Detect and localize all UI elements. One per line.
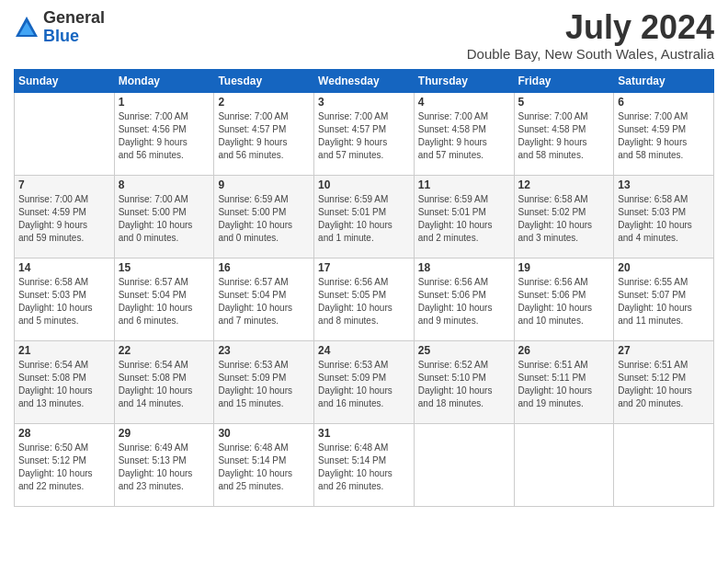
month-title: July 2024 [467, 9, 714, 46]
day-number: 14 [18, 261, 110, 274]
day-info: Sunrise: 7:00 AMSunset: 4:59 PMDaylight:… [618, 110, 710, 162]
calendar-cell: 12Sunrise: 6:58 AMSunset: 5:02 PMDayligh… [514, 175, 614, 258]
day-number: 29 [119, 427, 210, 440]
calendar-cell [414, 423, 514, 506]
day-info: Sunrise: 6:58 AMSunset: 5:02 PMDaylight:… [518, 193, 610, 245]
header-day-monday: Monday [114, 69, 214, 92]
day-number: 28 [18, 427, 110, 440]
logo: General Blue [14, 9, 105, 46]
day-info: Sunrise: 6:56 AMSunset: 5:05 PMDaylight:… [318, 276, 410, 327]
day-info: Sunrise: 7:00 AMSunset: 4:58 PMDaylight:… [518, 110, 610, 162]
day-number: 22 [119, 344, 210, 357]
day-info: Sunrise: 7:00 AMSunset: 4:57 PMDaylight:… [318, 110, 410, 162]
header-day-friday: Friday [514, 69, 614, 92]
day-number: 30 [218, 427, 310, 440]
day-info: Sunrise: 6:59 AMSunset: 5:01 PMDaylight:… [418, 193, 510, 245]
calendar-cell: 18Sunrise: 6:56 AMSunset: 5:06 PMDayligh… [414, 258, 514, 340]
calendar-cell: 22Sunrise: 6:54 AMSunset: 5:08 PMDayligh… [114, 340, 214, 423]
day-info: Sunrise: 6:48 AMSunset: 5:14 PMDaylight:… [318, 442, 410, 493]
day-number: 21 [18, 344, 110, 357]
calendar-cell: 31Sunrise: 6:48 AMSunset: 5:14 PMDayligh… [314, 423, 415, 506]
logo-blue: Blue [43, 27, 79, 45]
calendar-cell: 26Sunrise: 6:51 AMSunset: 5:11 PMDayligh… [514, 340, 614, 423]
day-number: 26 [518, 344, 610, 357]
week-row-2: 7Sunrise: 7:00 AMSunset: 4:59 PMDaylight… [15, 175, 714, 258]
calendar-cell: 19Sunrise: 6:56 AMSunset: 5:06 PMDayligh… [514, 258, 614, 340]
location: Double Bay, New South Wales, Australia [467, 46, 714, 62]
day-info: Sunrise: 6:55 AMSunset: 5:07 PMDaylight:… [618, 276, 710, 327]
week-row-4: 21Sunrise: 6:54 AMSunset: 5:08 PMDayligh… [15, 340, 714, 423]
calendar-cell: 21Sunrise: 6:54 AMSunset: 5:08 PMDayligh… [15, 340, 115, 423]
day-number: 15 [119, 261, 210, 274]
day-number: 16 [218, 261, 310, 274]
calendar-cell: 10Sunrise: 6:59 AMSunset: 5:01 PMDayligh… [314, 175, 415, 258]
calendar-cell: 17Sunrise: 6:56 AMSunset: 5:05 PMDayligh… [314, 258, 415, 340]
calendar-cell: 29Sunrise: 6:49 AMSunset: 5:13 PMDayligh… [114, 423, 214, 506]
day-number: 1 [119, 96, 210, 109]
day-info: Sunrise: 7:00 AMSunset: 4:58 PMDaylight:… [418, 110, 510, 162]
day-number: 10 [318, 178, 410, 191]
calendar-cell: 30Sunrise: 6:48 AMSunset: 5:14 PMDayligh… [214, 423, 314, 506]
day-info: Sunrise: 7:00 AMSunset: 4:56 PMDaylight:… [119, 110, 210, 162]
day-info: Sunrise: 7:00 AMSunset: 4:57 PMDaylight:… [218, 110, 310, 162]
day-info: Sunrise: 6:50 AMSunset: 5:12 PMDaylight:… [18, 442, 110, 493]
day-info: Sunrise: 6:59 AMSunset: 5:01 PMDaylight:… [318, 193, 410, 245]
day-info: Sunrise: 6:58 AMSunset: 5:03 PMDaylight:… [18, 276, 110, 327]
day-number: 6 [618, 96, 710, 109]
day-info: Sunrise: 7:00 AMSunset: 4:59 PMDaylight:… [18, 193, 110, 245]
day-info: Sunrise: 6:57 AMSunset: 5:04 PMDaylight:… [119, 276, 210, 327]
calendar-cell: 7Sunrise: 7:00 AMSunset: 4:59 PMDaylight… [15, 175, 115, 258]
calendar-table: SundayMondayTuesdayWednesdayThursdayFrid… [14, 69, 714, 507]
calendar-cell: 20Sunrise: 6:55 AMSunset: 5:07 PMDayligh… [614, 258, 714, 340]
calendar-cell: 5Sunrise: 7:00 AMSunset: 4:58 PMDaylight… [514, 92, 614, 175]
day-number: 4 [418, 96, 510, 109]
day-number: 2 [218, 96, 310, 109]
day-info: Sunrise: 6:53 AMSunset: 5:09 PMDaylight:… [318, 359, 410, 410]
header-day-thursday: Thursday [414, 69, 514, 92]
day-info: Sunrise: 6:56 AMSunset: 5:06 PMDaylight:… [418, 276, 510, 327]
calendar-cell: 9Sunrise: 6:59 AMSunset: 5:00 PMDaylight… [214, 175, 314, 258]
header-day-tuesday: Tuesday [214, 69, 314, 92]
day-number: 20 [618, 261, 710, 274]
calendar-cell: 24Sunrise: 6:53 AMSunset: 5:09 PMDayligh… [314, 340, 415, 423]
day-info: Sunrise: 6:59 AMSunset: 5:00 PMDaylight:… [218, 193, 310, 245]
week-row-3: 14Sunrise: 6:58 AMSunset: 5:03 PMDayligh… [15, 258, 714, 340]
calendar-cell: 15Sunrise: 6:57 AMSunset: 5:04 PMDayligh… [114, 258, 214, 340]
week-row-5: 28Sunrise: 6:50 AMSunset: 5:12 PMDayligh… [15, 423, 714, 506]
day-info: Sunrise: 6:54 AMSunset: 5:08 PMDaylight:… [18, 359, 110, 410]
logo-text: General Blue [43, 9, 105, 46]
day-info: Sunrise: 6:51 AMSunset: 5:11 PMDaylight:… [518, 359, 610, 410]
header-row: SundayMondayTuesdayWednesdayThursdayFrid… [15, 69, 714, 92]
calendar-cell: 1Sunrise: 7:00 AMSunset: 4:56 PMDaylight… [114, 92, 214, 175]
calendar-cell: 4Sunrise: 7:00 AMSunset: 4:58 PMDaylight… [414, 92, 514, 175]
day-info: Sunrise: 6:57 AMSunset: 5:04 PMDaylight:… [218, 276, 310, 327]
day-info: Sunrise: 6:53 AMSunset: 5:09 PMDaylight:… [218, 359, 310, 410]
day-number: 24 [318, 344, 410, 357]
day-number: 5 [518, 96, 610, 109]
calendar-cell: 14Sunrise: 6:58 AMSunset: 5:03 PMDayligh… [15, 258, 115, 340]
calendar-cell: 28Sunrise: 6:50 AMSunset: 5:12 PMDayligh… [15, 423, 115, 506]
day-number: 13 [618, 178, 710, 191]
day-info: Sunrise: 6:49 AMSunset: 5:13 PMDaylight:… [119, 442, 210, 493]
calendar-cell: 3Sunrise: 7:00 AMSunset: 4:57 PMDaylight… [314, 92, 415, 175]
day-info: Sunrise: 6:52 AMSunset: 5:10 PMDaylight:… [418, 359, 510, 410]
title-area: July 2024 Double Bay, New South Wales, A… [467, 9, 714, 62]
day-number: 9 [218, 178, 310, 191]
calendar-cell: 2Sunrise: 7:00 AMSunset: 4:57 PMDaylight… [214, 92, 314, 175]
day-info: Sunrise: 6:56 AMSunset: 5:06 PMDaylight:… [518, 276, 610, 327]
calendar-cell: 16Sunrise: 6:57 AMSunset: 5:04 PMDayligh… [214, 258, 314, 340]
header-day-sunday: Sunday [15, 69, 115, 92]
day-number: 31 [318, 427, 410, 440]
header-day-saturday: Saturday [614, 69, 714, 92]
day-info: Sunrise: 6:58 AMSunset: 5:03 PMDaylight:… [618, 193, 710, 245]
day-number: 8 [119, 178, 210, 191]
calendar-cell: 8Sunrise: 7:00 AMSunset: 5:00 PMDaylight… [114, 175, 214, 258]
calendar-cell: 23Sunrise: 6:53 AMSunset: 5:09 PMDayligh… [214, 340, 314, 423]
calendar-cell [514, 423, 614, 506]
calendar-cell [15, 92, 115, 175]
calendar-cell: 6Sunrise: 7:00 AMSunset: 4:59 PMDaylight… [614, 92, 714, 175]
week-row-1: 1Sunrise: 7:00 AMSunset: 4:56 PMDaylight… [15, 92, 714, 175]
day-number: 3 [318, 96, 410, 109]
day-number: 12 [518, 178, 610, 191]
calendar-cell: 13Sunrise: 6:58 AMSunset: 5:03 PMDayligh… [614, 175, 714, 258]
